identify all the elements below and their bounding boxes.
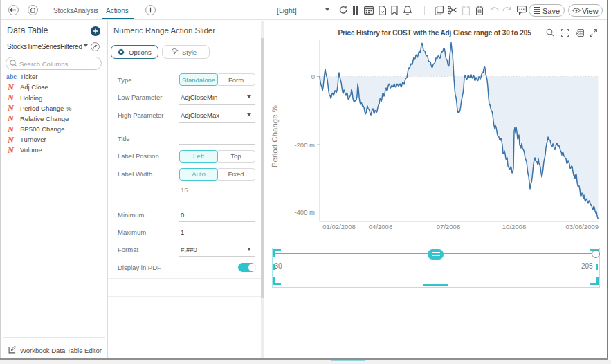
svg-text:07/2008: 07/2008 [437, 223, 460, 230]
svg-text:04/2008: 04/2008 [369, 223, 392, 230]
svg-text:03/06/2009: 03/06/2009 [565, 223, 599, 230]
svg-text:10/2008: 10/2008 [502, 223, 526, 230]
svg-text:0: 0 [311, 73, 315, 80]
svg-text:Period Change %: Period Change % [271, 105, 279, 167]
svg-text:-200 m: -200 m [294, 141, 315, 149]
svg-text:-400 m: -400 m [294, 208, 315, 216]
svg-text:01/02/2008: 01/02/2008 [322, 223, 356, 230]
